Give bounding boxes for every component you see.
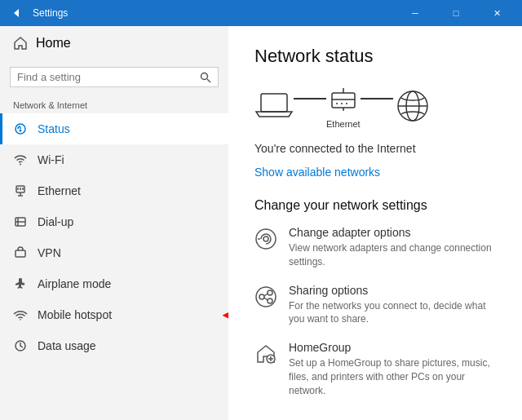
minimize-button[interactable]: ─ (396, 0, 434, 26)
svg-point-30 (263, 237, 268, 241)
maximize-button[interactable]: □ (437, 0, 475, 26)
line-2 (361, 98, 393, 99)
adapter-content: Change adapter options View network adap… (289, 226, 496, 269)
sidebar-item-status[interactable]: Status (0, 113, 228, 144)
wifi-icon (13, 153, 28, 167)
svg-line-36 (264, 294, 268, 296)
homegroup-options[interactable]: HomeGroup Set up a HomeGroup to share pi… (254, 341, 496, 397)
adapter-desc: View network adapters and change connect… (289, 241, 496, 269)
sharing-options[interactable]: Sharing options For the networks you con… (254, 284, 496, 327)
svg-rect-18 (261, 94, 287, 112)
show-networks-link[interactable]: Show available networks (254, 166, 380, 179)
vpn-icon (13, 245, 28, 260)
sharing-content: Sharing options For the networks you con… (289, 284, 496, 327)
svg-point-33 (259, 294, 264, 299)
homegroup-desc: Set up a HomeGroup to share pictures, mu… (289, 356, 496, 397)
svg-point-4 (20, 130, 21, 131)
svg-rect-15 (15, 250, 25, 257)
sidebar-item-hotspot[interactable]: Mobile hotspot ◄ (0, 299, 228, 330)
search-icon (200, 72, 211, 83)
close-button[interactable]: ✕ (478, 0, 515, 26)
sidebar-item-datausage[interactable]: Data usage (0, 330, 228, 361)
homegroup-title: HomeGroup (289, 341, 496, 354)
main-container: Home Network & Internet Status (0, 26, 522, 420)
sharing-title: Sharing options (289, 284, 496, 297)
ethernet-icon (13, 183, 28, 198)
adapter-icon (254, 228, 277, 250)
adapter-options[interactable]: Change adapter options View network adap… (254, 226, 496, 269)
sidebar-item-vpn[interactable]: VPN (0, 237, 228, 268)
svg-point-34 (268, 290, 272, 295)
red-arrow-indicator: ◄ (219, 304, 228, 325)
back-button[interactable] (7, 3, 26, 23)
connected-text: You're connected to the Internet (254, 142, 496, 155)
page-title: Network status (254, 46, 496, 67)
dialup-icon (13, 214, 28, 229)
content-area: Network status (228, 26, 522, 420)
search-input[interactable] (17, 71, 195, 83)
sidebar-item-airplane[interactable]: Airplane mode (0, 268, 228, 299)
svg-line-37 (264, 298, 268, 300)
titlebar: Settings ─ □ ✕ (0, 0, 522, 26)
svg-rect-19 (332, 93, 355, 108)
airplane-label: Airplane mode (38, 277, 111, 290)
laptop-icon (254, 91, 294, 122)
vpn-label: VPN (38, 246, 61, 259)
ethernet-label: Ethernet (38, 184, 81, 197)
dialup-label: Dial-up (38, 215, 73, 228)
airplane-icon (13, 276, 28, 291)
svg-point-1 (201, 73, 208, 79)
status-icon (13, 122, 28, 136)
svg-marker-0 (14, 9, 19, 17)
svg-point-16 (20, 319, 21, 321)
wifi-label: Wi-Fi (38, 153, 64, 166)
homegroup-icon (254, 343, 277, 365)
hotspot-label: Mobile hotspot (38, 308, 112, 321)
titlebar-title: Settings (33, 7, 396, 19)
svg-line-2 (207, 79, 210, 82)
status-label: Status (38, 122, 70, 135)
router-icon: Ethernet (326, 83, 361, 129)
home-label: Home (36, 36, 71, 51)
sidebar-item-wifi[interactable]: Wi-Fi (0, 144, 228, 175)
sidebar: Home Network & Internet Status (0, 26, 228, 420)
sidebar-category: Network & Internet (0, 94, 228, 113)
sidebar-item-ethernet[interactable]: Ethernet (0, 175, 228, 206)
svg-point-35 (268, 298, 272, 303)
sidebar-item-home[interactable]: Home (0, 26, 228, 60)
home-icon (13, 36, 28, 51)
line-1 (294, 98, 326, 99)
hotspot-icon (13, 307, 28, 322)
search-box[interactable] (10, 67, 219, 87)
ethernet-diagram-label: Ethernet (326, 119, 361, 129)
homegroup-content: HomeGroup Set up a HomeGroup to share pi… (289, 341, 496, 397)
network-diagram: Ethernet (254, 83, 496, 129)
adapter-title: Change adapter options (289, 226, 496, 239)
datausage-label: Data usage (38, 339, 96, 352)
svg-point-5 (20, 164, 21, 166)
sharing-icon (254, 285, 277, 308)
sidebar-item-dialup[interactable]: Dial-up (0, 206, 228, 237)
globe-icon (393, 86, 432, 126)
change-settings-title: Change your network settings (254, 198, 496, 213)
sharing-desc: For the networks you connect to, decide … (289, 299, 496, 327)
datausage-icon (13, 338, 28, 353)
window-controls: ─ □ ✕ (396, 0, 515, 26)
